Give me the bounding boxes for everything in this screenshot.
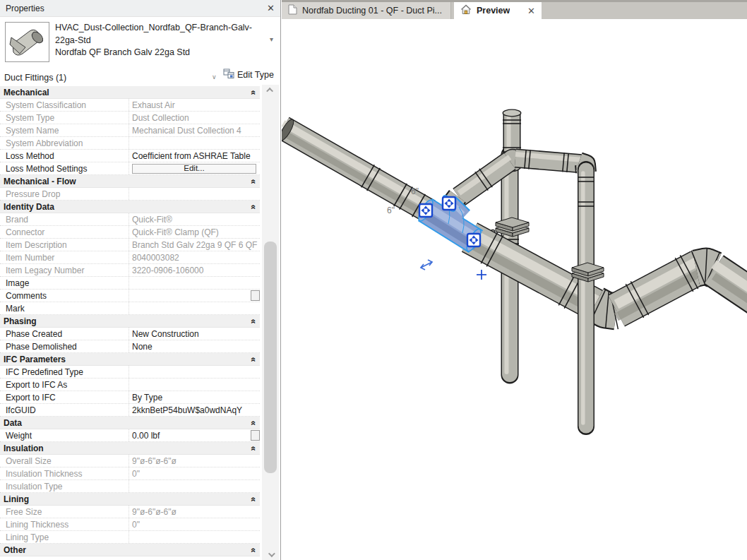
- collapse-section-icon[interactable]: «: [249, 204, 259, 209]
- property-label: IfcGUID: [0, 404, 129, 416]
- property-row-ifc-predefined-type: IFC Predefined Type: [0, 366, 260, 379]
- connector-icon-bottom[interactable]: [467, 234, 480, 246]
- property-value: 9"ø-6"ø-6"ø: [129, 455, 260, 467]
- edit-type-button[interactable]: Edit Type: [223, 68, 274, 81]
- chevron-down-icon: [268, 550, 275, 557]
- pipe-horizontal-run[interactable]: [515, 150, 583, 172]
- property-value: 3220-0906-106000: [129, 264, 260, 276]
- family-type-text: HVAC_Dust-Collection_Nordfab_QF-Branch-G…: [55, 22, 258, 62]
- duct-exit-right[interactable]: [714, 264, 747, 306]
- tab-nordfab-ducting[interactable]: Nordfab Ducting 01 - QF - Duct Pi...: [282, 2, 451, 19]
- property-label: Loss Method: [0, 150, 129, 162]
- property-row-insulation-type: Insulation Type: [0, 480, 260, 493]
- properties-scrollbar[interactable]: [262, 85, 279, 560]
- edit-settings-button[interactable]: Edit...: [132, 164, 256, 174]
- property-value[interactable]: [129, 366, 260, 378]
- section-header-lining[interactable]: Lining«: [0, 493, 260, 506]
- property-value[interactable]: [129, 277, 260, 289]
- property-value[interactable]: Edit...: [129, 162, 260, 174]
- connector-icon-left[interactable]: [419, 204, 432, 217]
- section-header-identity-data[interactable]: Identity Data«: [0, 201, 260, 213]
- property-row-comments: Comments: [0, 290, 260, 302]
- scrollbar-thumb[interactable]: [264, 242, 277, 473]
- close-tab-icon[interactable]: ✕: [527, 6, 535, 16]
- selection-filter-label[interactable]: Duct Fittings (1): [4, 73, 66, 83]
- section-header-ifc-parameters[interactable]: IFC Parameters«: [0, 353, 260, 366]
- section-header-insulation[interactable]: Insulation«: [0, 442, 260, 455]
- property-value: [129, 531, 260, 543]
- property-row-system-classification: System ClassificationExhaust Air: [0, 99, 260, 112]
- property-value[interactable]: 0.00 lbf: [129, 429, 260, 441]
- property-label: Weight: [0, 429, 129, 441]
- section-header-mechanical[interactable]: Mechanical«: [0, 86, 260, 99]
- selection-filter-row: Duct Fittings (1) ∨ Edit Type: [0, 66, 280, 88]
- property-row-phase-demolished: Phase DemolishedNone: [0, 340, 260, 353]
- property-value: 0": [129, 467, 260, 479]
- edit-type-label: Edit Type: [237, 70, 274, 80]
- property-value[interactable]: [129, 379, 260, 391]
- property-row-item-number: Item Number8040003082: [0, 251, 260, 264]
- collapse-section-icon[interactable]: «: [249, 90, 259, 95]
- property-label: Item Description: [0, 239, 129, 251]
- property-value[interactable]: [129, 290, 260, 302]
- properties-titlebar: Properties ✕: [0, 0, 280, 17]
- property-row-ifcguid: IfcGUID2kknBetP54buW$a0wdNAqY: [0, 404, 260, 417]
- property-value[interactable]: By Type: [129, 391, 260, 403]
- collapse-section-icon[interactable]: «: [249, 446, 259, 451]
- plus-cursor-icon: [477, 270, 486, 280]
- duct-rising-right[interactable]: [616, 255, 699, 317]
- property-row-system-name: System NameMechanical Dust Collection 4: [0, 124, 260, 137]
- flip-arrows-icon[interactable]: [421, 260, 432, 270]
- property-value[interactable]: 2kknBetP54buW$a0wdNAqY: [129, 404, 260, 416]
- pipe-vertical-drop-right[interactable]: [578, 169, 594, 427]
- property-label: Item Number: [0, 251, 129, 263]
- property-label: Free Size: [0, 506, 129, 518]
- collapse-section-icon[interactable]: «: [249, 496, 259, 501]
- section-title: IFC Parameters: [0, 355, 66, 364]
- type-dropdown-arrow-icon[interactable]: ▾: [270, 35, 273, 43]
- property-label: Phase Created: [0, 328, 129, 340]
- section-title: Identity Data: [0, 202, 54, 212]
- type-thumbnail: [5, 22, 49, 62]
- preview-3d-viewport[interactable]: 6" 6": [282, 19, 747, 560]
- type-selector-header[interactable]: HVAC_Dust-Collection_Nordfab_QF-Branch-G…: [0, 17, 280, 66]
- section-header-data[interactable]: Data«: [0, 417, 260, 429]
- property-label: Comments: [0, 290, 129, 302]
- property-row-weight: Weight0.00 lbf: [0, 429, 260, 442]
- scroll-down-button[interactable]: [262, 549, 279, 560]
- duct-main-left[interactable]: [282, 118, 429, 217]
- selector-chevron-icon[interactable]: ∨: [212, 73, 217, 81]
- property-label: Loss Method Settings: [0, 162, 129, 174]
- property-row-overall-size: Overall Size9"ø-6"ø-6"ø: [0, 455, 260, 467]
- property-row-system-abbreviation: System Abbreviation: [0, 137, 260, 150]
- collapse-section-icon[interactable]: «: [249, 179, 259, 184]
- collapse-section-icon[interactable]: «: [249, 318, 259, 323]
- collapse-section-icon[interactable]: «: [249, 420, 259, 425]
- property-value: [129, 188, 260, 200]
- section-header-other[interactable]: Other«: [0, 544, 260, 556]
- property-value: Mechanical Dust Collection 4: [129, 124, 260, 136]
- property-row-system-type: System TypeDust Collection: [0, 112, 260, 124]
- property-row-loss-method: Loss MethodCoefficient from ASHRAE Table: [0, 150, 260, 162]
- app-window: Properties ✕ HVAC_Dust-Collection_Nordfa…: [0, 0, 747, 560]
- property-label: Insulation Type: [0, 480, 129, 492]
- property-row-item-legacy-number: Item Legacy Number3220-0906-106000: [0, 264, 260, 277]
- section-header-phasing[interactable]: Phasing«: [0, 315, 260, 328]
- scroll-up-button[interactable]: [262, 85, 279, 95]
- tab-preview[interactable]: Preview ✕: [454, 2, 542, 19]
- collapse-section-icon[interactable]: «: [249, 547, 259, 552]
- value-browse-button[interactable]: [251, 290, 260, 301]
- dimension-label-top: 6": [411, 186, 419, 196]
- property-value[interactable]: [129, 302, 260, 314]
- close-properties-icon[interactable]: ✕: [267, 3, 275, 13]
- value-browse-button[interactable]: [251, 430, 260, 441]
- property-row-lining-type: Lining Type: [0, 531, 260, 544]
- property-value[interactable]: New Construction: [129, 328, 260, 340]
- property-value[interactable]: Coefficient from ASHRAE Table: [129, 150, 260, 162]
- section-header-mechanical-flow[interactable]: Mechanical - Flow«: [0, 175, 260, 188]
- connector-icon-top[interactable]: [443, 197, 455, 210]
- property-value[interactable]: None: [129, 340, 260, 352]
- collapse-section-icon[interactable]: «: [249, 357, 259, 362]
- property-label: Phase Demolished: [0, 340, 129, 352]
- section-title: Mechanical - Flow: [0, 177, 76, 186]
